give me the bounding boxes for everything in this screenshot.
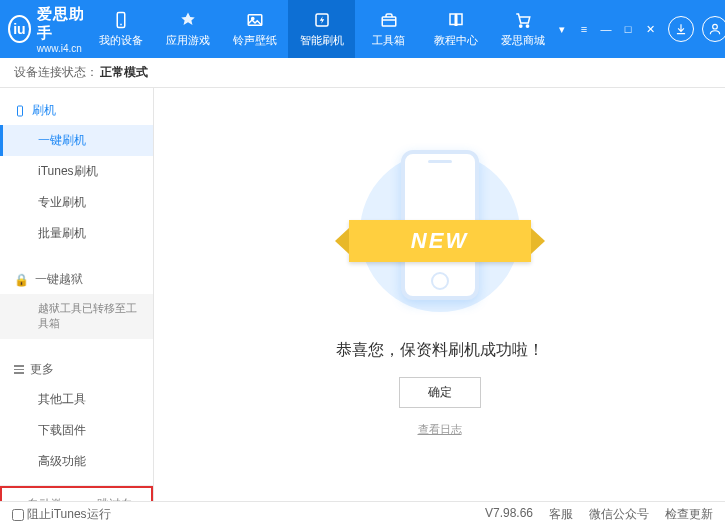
svg-point-8 <box>713 24 718 29</box>
footer-support[interactable]: 客服 <box>549 506 573 523</box>
main-content: NEW 恭喜您，保资料刷机成功啦！ 确定 查看日志 <box>154 88 725 501</box>
new-ribbon: NEW <box>349 220 531 262</box>
nav-flash[interactable]: 智能刷机 <box>288 0 355 58</box>
sidebar-jailbreak-note: 越狱工具已转移至工具箱 <box>0 294 153 339</box>
book-icon <box>446 10 466 30</box>
more-icon <box>14 365 24 374</box>
svg-rect-9 <box>18 106 23 116</box>
window-controls: ▾ ≡ — □ ✕ <box>556 23 656 35</box>
sidebar-section-flash[interactable]: 刷机 <box>0 96 153 125</box>
status-value: 正常模式 <box>100 64 148 81</box>
svg-point-7 <box>526 25 528 27</box>
top-nav: 我的设备 应用游戏 铃声壁纸 智能刷机 工具箱 教程中心 爱思商城 <box>87 0 556 58</box>
sidebar: 刷机 一键刷机 iTunes刷机 专业刷机 批量刷机 🔒 一键越狱 越狱工具已转… <box>0 88 154 501</box>
options-icon[interactable]: ≡ <box>578 23 590 35</box>
sidebar-item-itunes-flash[interactable]: iTunes刷机 <box>0 156 153 187</box>
svg-rect-5 <box>382 17 396 26</box>
minimize-icon[interactable]: — <box>600 23 612 35</box>
sidebar-item-batch-flash[interactable]: 批量刷机 <box>0 218 153 249</box>
toolbox-icon <box>379 10 399 30</box>
footer-wechat[interactable]: 微信公众号 <box>589 506 649 523</box>
phone-icon <box>111 10 131 30</box>
ok-button[interactable]: 确定 <box>399 377 481 408</box>
footer-update[interactable]: 检查更新 <box>665 506 713 523</box>
footer: 阻止iTunes运行 V7.98.66 客服 微信公众号 检查更新 <box>0 501 725 527</box>
app-title: 爱思助手 <box>37 5 87 43</box>
success-illustration: NEW <box>355 142 525 322</box>
flash-icon <box>312 10 332 30</box>
logo-icon: iu <box>8 15 31 43</box>
nav-ringtones[interactable]: 铃声壁纸 <box>221 0 288 58</box>
nav-toolbox[interactable]: 工具箱 <box>355 0 422 58</box>
svg-point-6 <box>519 25 521 27</box>
maximize-icon[interactable]: □ <box>622 23 634 35</box>
status-label: 设备连接状态： <box>14 64 98 81</box>
close-icon[interactable]: ✕ <box>644 23 656 35</box>
view-log-link[interactable]: 查看日志 <box>418 422 462 437</box>
success-message: 恭喜您，保资料刷机成功啦！ <box>336 340 544 361</box>
skip-guide-checkbox[interactable]: 跳过向导 <box>82 496 142 501</box>
cart-icon <box>513 10 533 30</box>
header-right: ▾ ≡ — □ ✕ <box>556 16 725 42</box>
download-button[interactable] <box>668 16 694 42</box>
phone-icon <box>14 105 26 117</box>
block-itunes-checkbox[interactable]: 阻止iTunes运行 <box>12 506 111 523</box>
sidebar-item-other-tools[interactable]: 其他工具 <box>0 384 153 415</box>
image-icon <box>245 10 265 30</box>
sidebar-item-pro-flash[interactable]: 专业刷机 <box>0 187 153 218</box>
nav-tutorials[interactable]: 教程中心 <box>422 0 489 58</box>
auto-activate-checkbox[interactable]: 自动激活 <box>12 496 72 501</box>
version-label: V7.98.66 <box>485 506 533 523</box>
activation-options: 自动激活 跳过向导 <box>0 486 153 501</box>
sidebar-section-more[interactable]: 更多 <box>0 355 153 384</box>
lock-icon: 🔒 <box>14 273 29 287</box>
sidebar-item-advanced[interactable]: 高级功能 <box>0 446 153 477</box>
nav-apps[interactable]: 应用游戏 <box>154 0 221 58</box>
sidebar-item-onekey-flash[interactable]: 一键刷机 <box>0 125 153 156</box>
sidebar-section-jailbreak[interactable]: 🔒 一键越狱 <box>0 265 153 294</box>
app-url: www.i4.cn <box>37 43 87 54</box>
sidebar-item-download-firmware[interactable]: 下载固件 <box>0 415 153 446</box>
menu-icon[interactable]: ▾ <box>556 23 568 35</box>
nav-store[interactable]: 爱思商城 <box>489 0 556 58</box>
logo-area: iu 爱思助手 www.i4.cn <box>8 5 87 54</box>
user-button[interactable] <box>702 16 725 42</box>
status-bar: 设备连接状态： 正常模式 <box>0 58 725 88</box>
nav-my-device[interactable]: 我的设备 <box>87 0 154 58</box>
header: iu 爱思助手 www.i4.cn 我的设备 应用游戏 铃声壁纸 智能刷机 工具… <box>0 0 725 58</box>
apps-icon <box>178 10 198 30</box>
